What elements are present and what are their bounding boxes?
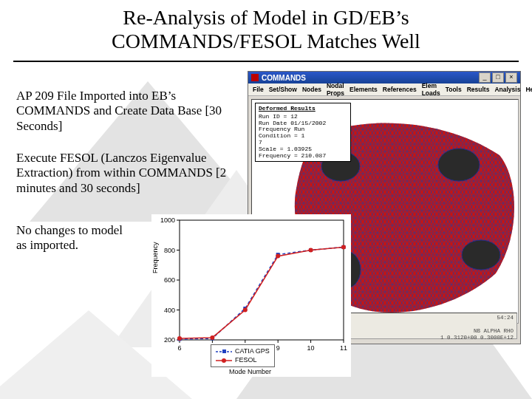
svg-point-41 bbox=[177, 336, 182, 341]
legend-fesol: FESOL bbox=[216, 356, 270, 365]
app-titlebar[interactable]: COMMANDS _ □ × bbox=[248, 72, 520, 83]
menu-results[interactable]: Results bbox=[467, 86, 490, 93]
chart-legend: CATIA GPS FESOL bbox=[211, 344, 275, 367]
menu-nodes[interactable]: Nodes bbox=[302, 86, 321, 93]
app-icon bbox=[251, 74, 259, 81]
svg-point-46 bbox=[341, 245, 346, 249]
svg-text:9: 9 bbox=[276, 344, 280, 352]
svg-text:1000: 1000 bbox=[160, 216, 175, 224]
svg-point-42 bbox=[210, 335, 214, 340]
menu-file[interactable]: File bbox=[253, 86, 264, 93]
chart-x-axis-label: Mode Number bbox=[229, 368, 271, 375]
app-menubar[interactable]: File Set/Show Nodes Nodal Props Elements… bbox=[248, 83, 520, 96]
svg-point-50 bbox=[222, 358, 226, 363]
svg-rect-12 bbox=[180, 220, 344, 340]
paragraph-import-step: AP 209 File Imported into EB’s COMMANDS … bbox=[16, 89, 238, 134]
menu-setshow[interactable]: Set/Show bbox=[269, 86, 297, 93]
menu-tools[interactable]: Tools bbox=[446, 86, 462, 93]
title-divider bbox=[13, 61, 519, 62]
svg-point-43 bbox=[243, 308, 248, 313]
chart-y-axis-label: Frequency bbox=[151, 242, 159, 273]
slide-title-line2: COMMANDS/FESOL Matches Well bbox=[112, 30, 420, 52]
infobox-line: Frequency = 210.087 bbox=[259, 153, 347, 160]
infobox-title: Deformed Results bbox=[259, 106, 347, 112]
svg-text:400: 400 bbox=[164, 307, 175, 314]
svg-text:200: 200 bbox=[164, 336, 175, 344]
svg-text:800: 800 bbox=[164, 247, 175, 254]
slide-title-line1: Re-Analysis of Model in GD/EB’s bbox=[123, 6, 409, 29]
svg-text:10: 10 bbox=[307, 344, 315, 352]
legend-catia: CATIA GPS bbox=[216, 347, 270, 356]
svg-text:6: 6 bbox=[177, 344, 181, 352]
infobox-line: Condition = 1 bbox=[259, 133, 347, 140]
frequency-chart: 200400600800100067891011 Frequency Mode … bbox=[151, 214, 351, 377]
deformed-results-box: Deformed Results Run ID = 12 Run Date 01… bbox=[255, 103, 351, 162]
window-buttons: _ □ × bbox=[479, 72, 517, 83]
menu-nodalprops[interactable]: Nodal Props bbox=[327, 82, 344, 97]
svg-text:600: 600 bbox=[164, 276, 175, 284]
menu-help[interactable]: Help bbox=[525, 86, 532, 93]
paragraph-execute-step: Execute FESOL (Lanczos Eigenvalue Extrac… bbox=[16, 151, 238, 196]
svg-point-44 bbox=[276, 254, 280, 259]
menu-elemloads[interactable]: Elem Loads bbox=[422, 82, 440, 97]
slide-title: Re-Analysis of Model in GD/EB’s COMMANDS… bbox=[0, 6, 532, 53]
minimize-button[interactable]: _ bbox=[479, 72, 491, 83]
app-title-text: COMMANDS bbox=[262, 74, 479, 82]
legend-label-catia: CATIA GPS bbox=[235, 347, 270, 356]
slide: Re-Analysis of Model in GD/EB’s COMMANDS… bbox=[0, 0, 532, 399]
maximize-button[interactable]: □ bbox=[492, 72, 504, 83]
menu-analysis[interactable]: Analysis bbox=[494, 86, 520, 93]
svg-text:11: 11 bbox=[340, 344, 347, 352]
svg-point-45 bbox=[309, 248, 313, 253]
svg-rect-48 bbox=[222, 349, 226, 353]
menu-references[interactable]: References bbox=[383, 86, 417, 93]
legend-label-fesol: FESOL bbox=[235, 356, 257, 365]
close-button[interactable]: × bbox=[505, 72, 517, 83]
menu-elements[interactable]: Elements bbox=[349, 86, 378, 93]
